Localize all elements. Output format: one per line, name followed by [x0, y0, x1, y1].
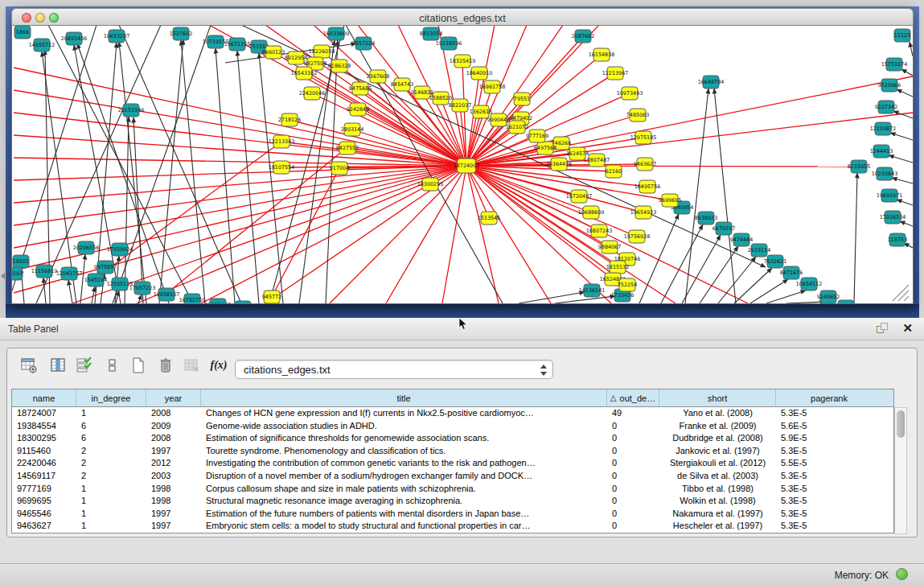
graph-node[interactable]: 79551: [514, 93, 530, 105]
table-cell[interactable]: 9777169: [12, 483, 76, 496]
table-cell[interactable]: Nakamura et al. (1997): [659, 508, 776, 521]
table-cell[interactable]: 9115460: [12, 445, 76, 458]
table-cell[interactable]: 5.3E-5: [776, 445, 882, 458]
graph-node[interactable]: 9777169: [526, 130, 548, 142]
graph-node[interactable]: 945772: [262, 290, 281, 303]
table-cell[interactable]: 6: [76, 420, 146, 433]
graph-node[interactable]: 19756928: [624, 230, 651, 243]
graph-node[interactable]: 752254: [618, 278, 637, 291]
table-cell[interactable]: 6: [76, 432, 146, 445]
graph-node[interactable]: 9529966: [878, 79, 901, 92]
graph-node[interactable]: 8660123: [262, 46, 285, 59]
table-cell[interactable]: Tibbo et al. (1998): [659, 483, 776, 496]
table-cell[interactable]: 5.3E-5: [776, 407, 882, 420]
column-header-name[interactable]: name: [12, 389, 76, 406]
graph-node[interactable]: [235, 301, 251, 304]
table-cell[interactable]: 5.3E-5: [776, 483, 882, 496]
graph-node[interactable]: 6497568: [534, 142, 556, 154]
graph-node[interactable]: 2367608: [367, 70, 389, 83]
table-cell[interactable]: 2: [76, 470, 146, 483]
new-table-icon[interactable]: [128, 355, 149, 376]
table-row[interactable]: 911546021997Tourette syndrome. Phenomeno…: [12, 445, 893, 458]
table-cell[interactable]: 1: [76, 520, 146, 533]
graph-node[interactable]: 2933114: [748, 244, 770, 257]
table-cell[interactable]: 2: [76, 457, 146, 470]
table-cell[interactable]: 5.9E-5: [776, 432, 882, 445]
column-header-title[interactable]: title: [201, 389, 607, 406]
graph-node[interactable]: 2718126: [278, 113, 301, 126]
table-cell[interactable]: 2: [76, 445, 146, 458]
graph-node[interactable]: 14055712: [29, 39, 55, 51]
table-row[interactable]: 1938455462009Genome-wide association stu…: [12, 420, 893, 433]
graph-node[interactable]: 16033809: [323, 27, 350, 40]
graph-node[interactable]: 12213967: [602, 67, 629, 80]
graph-node[interactable]: 8938923: [695, 212, 717, 225]
close-panel-icon[interactable]: ✕: [902, 321, 913, 336]
table-cell[interactable]: Yano et al. (2008): [659, 407, 776, 420]
graph-node[interactable]: 7632621: [764, 255, 786, 268]
table-cell[interactable]: 2012: [146, 457, 201, 470]
table-cell[interactable]: 5.6E-5: [776, 420, 882, 433]
graph-node[interactable]: 9884067: [598, 241, 621, 253]
table-cell[interactable]: 2003: [146, 470, 201, 483]
graph-node[interactable]: 8475685: [349, 82, 372, 95]
table-cell[interactable]: 22420046: [12, 457, 76, 470]
table-cell[interactable]: 1: [76, 483, 146, 496]
table-cell[interactable]: 5.3E-5: [776, 470, 882, 483]
table-cell[interactable]: 0: [607, 432, 659, 445]
table-cell[interactable]: 0: [607, 483, 659, 496]
float-panel-icon[interactable]: [877, 323, 889, 335]
table-cell[interactable]: 1997: [146, 508, 201, 521]
table-cell[interactable]: 14569117: [12, 470, 76, 483]
table-cell[interactable]: 0: [607, 508, 659, 521]
graph-node[interactable]: 12213343: [269, 135, 295, 148]
table-cell[interactable]: 18724007: [12, 407, 76, 420]
panel-collapse-arrow-icon[interactable]: [1, 273, 5, 279]
graph-node[interactable]: 18724007: [454, 159, 480, 173]
column-header-short[interactable]: short: [659, 389, 776, 406]
table-cell[interactable]: 0: [607, 445, 659, 458]
table-cell[interactable]: Estimation of the future numbers of pati…: [201, 508, 607, 521]
merge-tables-icon[interactable]: [102, 355, 123, 376]
graph-node[interactable]: 6679197: [713, 222, 735, 235]
graph-node[interactable]: 1244413: [870, 145, 893, 158]
graph-node[interactable]: 12042757: [56, 267, 83, 280]
table-row[interactable]: 2242004622012Investigating the contribut…: [12, 457, 893, 470]
graph-node[interactable]: 39193: [12, 267, 23, 280]
table-cell[interactable]: Corpus callosum shape and size in male p…: [201, 483, 607, 496]
table-cell[interactable]: de Silva et al. (2003): [659, 470, 776, 483]
column-header-pagerank[interactable]: pagerank: [776, 389, 882, 406]
table-cell[interactable]: 2008: [146, 407, 201, 420]
graph-node[interactable]: 20891406: [61, 32, 88, 45]
table-cell[interactable]: Structural magnetic resonance image aver…: [201, 495, 607, 508]
table-cell[interactable]: 5.3E-5: [776, 495, 882, 508]
table-cell[interactable]: Changes of HCN gene expression and I(f) …: [201, 407, 607, 420]
graph-node[interactable]: 8813054: [420, 27, 442, 40]
table-row[interactable]: 946362711997Embryonic stem cells: a mode…: [12, 520, 893, 533]
graph-node[interactable]: 14136141: [579, 284, 606, 297]
function-builder-icon[interactable]: f(x): [208, 355, 229, 376]
select-columns-icon[interactable]: [73, 355, 94, 376]
table-cell[interactable]: Investigating the contribution of common…: [201, 457, 607, 470]
graph-node[interactable]: 9474444: [730, 233, 753, 246]
table-cell[interactable]: 9463627: [12, 520, 76, 533]
graph-node[interactable]: 19654923: [630, 206, 657, 219]
graph-node[interactable]: 18495756: [634, 180, 661, 193]
table-cell[interactable]: 19384554: [12, 420, 76, 433]
table-cell[interactable]: 0: [607, 420, 659, 433]
graph-node[interactable]: 15751074: [881, 58, 908, 71]
graph-node[interactable]: 18720407: [566, 190, 593, 203]
graph-node[interactable]: 19218596: [436, 37, 462, 50]
table-cell[interactable]: 1997: [146, 445, 201, 458]
table-cell[interactable]: 5.3E-5: [776, 520, 882, 533]
table-cell[interactable]: 2009: [146, 420, 201, 433]
column-header-year[interactable]: year: [146, 389, 201, 406]
column-header-indegree[interactable]: in_degree: [76, 389, 146, 406]
graph-node[interactable]: 2087682: [572, 30, 594, 43]
table-cell[interactable]: 9699695: [12, 495, 76, 508]
graph-node[interactable]: 1815132: [606, 261, 629, 274]
graph-node[interactable]: 62160: [606, 165, 622, 178]
graph-node[interactable]: 1621072: [506, 121, 528, 134]
graph-node[interactable]: 16154838: [589, 48, 615, 61]
table-cell[interactable]: 1997: [146, 520, 201, 533]
